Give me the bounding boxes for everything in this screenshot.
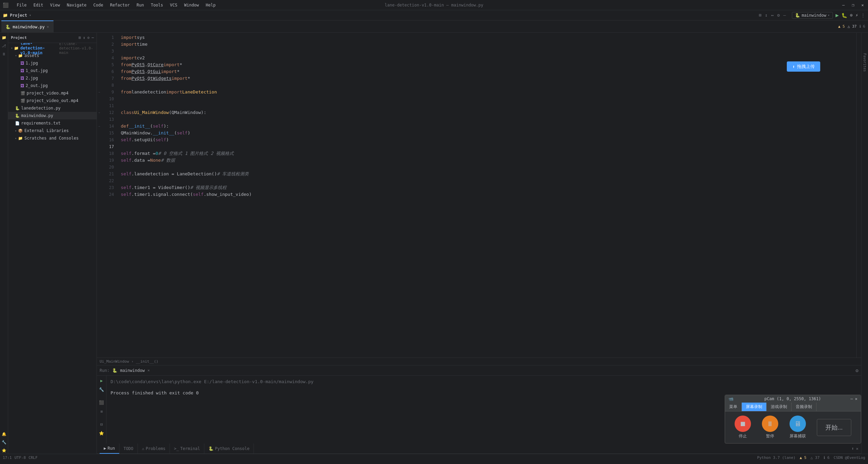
hide-icon[interactable]: ✕ (856, 446, 858, 451)
menu-edit[interactable]: Edit (31, 2, 46, 8)
tree-requirements[interactable]: 📄 requirements.txt (8, 119, 97, 127)
image-icon: 🖼 (20, 61, 24, 66)
run-tab-label: Run (107, 446, 115, 451)
pcam-tab-audio-record[interactable]: 音频录制 (792, 403, 816, 411)
pcam-tab-game-record[interactable]: 游戏录制 (767, 403, 792, 411)
right-sidebar: Favorites (861, 33, 868, 454)
tree-icon-3[interactable]: ⚙ (87, 35, 90, 40)
tree-mainwindow[interactable]: 🐍 mainwindow.py (8, 112, 97, 119)
pcam-start-button[interactable]: 开始... (817, 419, 851, 436)
python-console-tab-label: Python Console (215, 446, 249, 451)
tree-1outjpg[interactable]: 🖼 1_out.jpg (8, 67, 97, 74)
file-tree-header: Project ⊞ ↕ ⚙ – (8, 33, 97, 43)
tab-run[interactable]: ▶ Run (100, 444, 119, 454)
tab-icon: 🐍 (5, 25, 11, 29)
menu-vcs[interactable]: VCS (167, 2, 180, 8)
more-run-button[interactable]: ⋮ (861, 13, 865, 18)
run-label: Run: (100, 368, 110, 373)
window-title: lane-detection-v1.0-main – mainwindow.py (385, 3, 483, 8)
pcam-pause-circle: ⏸ (762, 416, 778, 432)
tab-mainwindow[interactable]: 🐍 mainwindow.py ✕ (1, 20, 54, 33)
warnings-badge: ▲ 5 (838, 24, 845, 29)
tree-icon-2[interactable]: ↕ (83, 35, 85, 40)
sidebar-wrench-icon[interactable]: 🔧 (1, 439, 8, 446)
menu-view[interactable]: View (47, 2, 63, 8)
tab-problems[interactable]: ⚠ Problems (138, 444, 170, 454)
tree-scratches-label: Scratches and Consoles (24, 136, 78, 141)
menu-window[interactable]: Window (182, 2, 202, 8)
pcam-tab-menu[interactable]: 菜单 (725, 403, 742, 411)
tree-root[interactable]: ▾ 📁 lane-detection-v1.0-main E:\lane-det… (8, 44, 97, 52)
code-line-22 (118, 177, 856, 184)
menu-help[interactable]: Help (203, 2, 218, 8)
pcam-tab-screen-record[interactable]: 屏幕录制 (742, 403, 767, 411)
pcam-minimize[interactable]: — (851, 396, 853, 401)
code-lines[interactable]: import sys import time import cv2 from P… (118, 33, 856, 358)
profile-button[interactable]: ⚡ (855, 13, 858, 18)
pcam-stop-button[interactable]: ⏹ 停止 (735, 416, 751, 439)
run-wrench-icon[interactable]: 🔧 (98, 386, 105, 393)
upload-button[interactable]: ⬆ 拖拽上传 (787, 61, 820, 72)
run-filter-icon[interactable]: ⭐ (98, 430, 105, 437)
sidebar-structure-icon[interactable]: ≣ (1, 50, 8, 57)
run-button[interactable]: ▶ (836, 12, 839, 18)
code-line-3 (118, 48, 856, 55)
pcam-stop-label: 停止 (739, 433, 747, 439)
restore-icon[interactable]: ⬆ (852, 446, 854, 451)
code-line-18: self.format = 0 # 0 空格式 1 图片格式 2 视频格式 (118, 150, 856, 157)
tree-1jpg[interactable]: 🖼 1.jpg (8, 59, 97, 67)
tree-projectvideo[interactable]: 🎬 project_video.mp4 (8, 89, 97, 97)
menu-navigate[interactable]: Navigate (64, 2, 89, 8)
pcam-pause-button[interactable]: ⏸ 暂停 (762, 416, 778, 439)
run-layout-icon[interactable]: ⊟ (98, 421, 105, 428)
project-dropdown-icon[interactable]: ▾ (29, 13, 31, 17)
sidebar-commit-icon[interactable]: ⎇ (1, 42, 8, 49)
toolbar-icon-2[interactable]: ↕ (765, 13, 768, 18)
tab-todo[interactable]: TODO (119, 444, 138, 454)
run-config-dropdown[interactable]: ▾ (828, 13, 830, 17)
tree-2jpg[interactable]: 🖼 2.jpg (8, 74, 97, 82)
menu-tools[interactable]: Tools (148, 2, 166, 8)
pcam-capture-button[interactable]: 🖥 屏幕捕获 (790, 416, 806, 439)
pcam-stop-circle: ⏹ (735, 416, 751, 432)
toolbar-icon-3[interactable]: ↔ (771, 13, 774, 18)
toolbar-icon-5[interactable]: – (783, 13, 786, 18)
run-stop-icon[interactable]: ⬛ (98, 399, 105, 406)
tree-2jpg-label: 2.jpg (26, 76, 38, 81)
bottom-tab-actions: ⬆ ✕ (852, 446, 861, 451)
pcam-close[interactable]: ✕ (855, 396, 857, 401)
right-label-1[interactable]: Favorites (863, 53, 867, 72)
tab-close-button[interactable]: ✕ (47, 25, 49, 29)
debug-button[interactable]: 🐛 (841, 13, 847, 18)
maximize-button[interactable]: ❐ (850, 2, 856, 8)
tree-icon-1[interactable]: ⊞ (79, 35, 81, 40)
run-play-icon[interactable]: ▶ (98, 377, 105, 385)
tree-2outjpg[interactable]: 🖼 2_out.jpg (8, 82, 97, 89)
sidebar-star-icon[interactable]: ⭐ (1, 447, 8, 454)
sidebar-notifications-icon[interactable]: 🔔 (1, 431, 8, 437)
toolbar-icon-4[interactable]: ⚙ (777, 13, 780, 18)
menu-refactor[interactable]: Refactor (107, 2, 132, 8)
run-list-icon[interactable]: ≡ (98, 408, 105, 415)
code-line-17 (118, 143, 856, 150)
tree-lanedetection[interactable]: 🐍 lanedetection.py (8, 104, 97, 112)
run-config-close[interactable]: ✕ (147, 368, 150, 373)
sidebar-project-icon[interactable]: 📁 (1, 34, 8, 41)
tree-projectvideoout[interactable]: 🎬 project_video_out.mp4 (8, 97, 97, 104)
run-settings-icon[interactable]: ⚙ (856, 368, 858, 373)
menu-code[interactable]: Code (91, 2, 106, 8)
toolbar-icon-1[interactable]: ⊞ (759, 13, 762, 18)
menu-run[interactable]: Run (134, 2, 147, 8)
pcam-pause-label: 暂停 (766, 433, 774, 439)
coverage-button[interactable]: ⊙ (850, 13, 853, 18)
tab-python-console[interactable]: 🐍 Python Console (204, 444, 254, 454)
tree-external-libs[interactable]: ▸ 📦 External Libraries (8, 127, 97, 134)
tree-scratches[interactable]: ▸ 📁 Scratches and Consoles (8, 134, 97, 142)
minimize-button[interactable]: — (841, 2, 846, 8)
run-sidebar: ▶ 🔧 ⬛ ≡ ⊟ ⭐ (97, 376, 106, 444)
close-button[interactable]: ✕ (860, 2, 865, 8)
tab-terminal[interactable]: >_ Terminal (170, 444, 204, 454)
menu-file[interactable]: File (14, 2, 29, 8)
pcam-widget: 📹 pCam (1, 0, 2550, 1361) — ✕ 菜单 屏幕录制 游戏… (725, 395, 861, 444)
tree-icon-4[interactable]: – (91, 35, 94, 40)
